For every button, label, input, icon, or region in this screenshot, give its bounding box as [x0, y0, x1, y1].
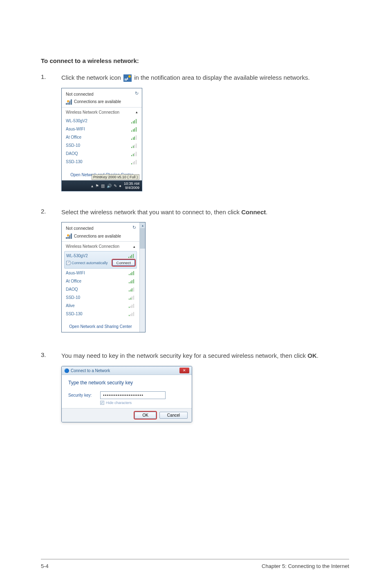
step-text-post: . — [266, 209, 267, 215]
signal-bars-icon — [66, 99, 72, 105]
network-name: Asus-WIFI — [66, 127, 85, 131]
dialog-buttons: OK Cancel — [62, 408, 192, 422]
network-icon[interactable]: ▥ — [101, 184, 105, 188]
security-key-label: Security key: — [68, 393, 96, 397]
checkbox-icon: ✓ — [100, 401, 104, 405]
network-name: DAOQ — [66, 151, 78, 156]
network-item[interactable]: Alive — [66, 301, 135, 310]
signal-bars-icon — [66, 233, 72, 239]
connection-status: Not connected — [66, 92, 138, 97]
security-key-input[interactable] — [100, 391, 166, 399]
network-name: At Office — [66, 135, 81, 139]
network-item[interactable]: At Office — [66, 133, 138, 141]
signal-icon — [131, 151, 138, 156]
taskbar: PrintKey 2000 v5.10 ( Full ) ▴ ⚑ ▥ 🔊 ✎ ●… — [62, 180, 142, 191]
signal-icon — [131, 119, 138, 123]
chevron-up-icon[interactable]: ▴ — [133, 245, 135, 249]
checkbox-label: Connect automatically — [72, 261, 108, 265]
network-name: SSD-10 — [66, 143, 80, 148]
network-list: WL-530gV2 Asus-WIFI At Office SSD-10 DAO… — [62, 117, 142, 168]
network-name: DAOQ — [66, 287, 78, 292]
network-item-selected[interactable]: WL-530gV2 ✓ Connect automatically Connec… — [64, 251, 137, 269]
network-tray-icon — [123, 74, 132, 82]
wireless-section-label: Wireless Network Connection — [66, 110, 119, 114]
cancel-button[interactable]: Cancel — [159, 412, 188, 419]
connect-button[interactable]: Connect — [112, 260, 135, 266]
network-name: Alive — [66, 303, 75, 308]
pen-icon[interactable]: ✎ — [114, 184, 117, 188]
speaker-icon[interactable]: 🔊 — [107, 184, 112, 188]
network-item[interactable]: DAOQ — [66, 150, 138, 158]
close-button[interactable]: ✕ — [179, 368, 189, 373]
scroll-up-button[interactable]: ▴ — [140, 222, 145, 228]
network-name: SSD-10 — [66, 295, 80, 300]
signal-icon — [129, 270, 135, 275]
step-text: Select the wireless network that you wan… — [61, 208, 267, 217]
dialog-titlebar: 🔵 Connect to a Network ✕ — [62, 366, 192, 375]
network-item[interactable]: Asus-WIFI — [66, 125, 138, 133]
connections-available: Connections are available — [74, 99, 121, 104]
connection-status: Not connected — [66, 226, 135, 231]
ok-button[interactable]: OK — [134, 412, 156, 419]
clock-date: 9/4/2009 — [124, 186, 139, 190]
network-item[interactable]: WL-530gV2 — [66, 117, 138, 125]
refresh-icon[interactable]: ↻ — [132, 225, 136, 230]
network-name: Asus-WIFI — [66, 271, 85, 275]
network-item[interactable]: At Office — [66, 277, 135, 285]
refresh-icon[interactable]: ↻ — [135, 91, 139, 96]
network-item[interactable]: SSD-130 — [66, 158, 138, 166]
scroll-thumb[interactable] — [140, 228, 145, 249]
taskbar-clock[interactable]: 10:35 AM 9/4/2009 — [124, 182, 139, 190]
step-text-bold: Connect — [241, 209, 266, 215]
step-text-post: . — [317, 352, 318, 359]
network-name: WL-530gV2 — [66, 119, 87, 123]
network-list: WL-530gV2 ✓ Connect automatically Connec… — [62, 251, 139, 320]
connections-available: Connections are available — [74, 234, 121, 238]
hide-characters-checkbox[interactable]: ✓ Hide characters — [100, 401, 185, 405]
step-text-bold: OK — [307, 352, 317, 359]
network-item[interactable]: SSD-10 — [66, 141, 138, 150]
network-item[interactable]: SSD-130 — [66, 310, 135, 318]
wireless-section-header: Wireless Network Connection ▴ — [62, 108, 142, 117]
dialog-title: Connect to a Network — [71, 368, 110, 373]
network-item[interactable]: DAOQ — [66, 285, 135, 293]
flyout-footer: Open Network and Sharing Center — [62, 320, 139, 332]
page-number: 5-4 — [41, 563, 49, 569]
network-item[interactable]: Asus-WIFI — [66, 269, 135, 277]
open-network-center-link[interactable]: Open Network and Sharing Center — [69, 324, 132, 329]
network-name: SSD-130 — [66, 159, 83, 164]
chevron-up-icon[interactable]: ▴ — [136, 110, 138, 114]
signal-icon — [129, 295, 135, 300]
step-2: 2. Select the wireless network that you … — [41, 208, 349, 217]
wireless-section-label: Wireless Network Connection — [66, 244, 119, 249]
security-key-dialog: 🔵 Connect to a Network ✕ Type the networ… — [61, 366, 192, 422]
dialog-heading: Type the network security key — [68, 380, 185, 386]
tray-arrow-icon[interactable]: ▴ — [91, 184, 93, 188]
scrollbar[interactable]: ▴ — [139, 222, 145, 332]
page-footer: 5-4 Chapter 5: Connecting to the Interne… — [41, 563, 349, 569]
flyout-header: ↻ Not connected Connections are availabl… — [62, 222, 139, 242]
dialog-body: Type the network security key Security k… — [62, 375, 192, 408]
step-text-post: in the notification area to display the … — [132, 74, 310, 81]
section-heading: To connect to a wireless network: — [41, 57, 349, 64]
footer-divider — [41, 559, 349, 559]
network-item[interactable]: SSD-10 — [66, 293, 135, 301]
step-1: 1. Click the network icon in the notific… — [41, 73, 349, 82]
signal-icon — [129, 311, 135, 316]
hide-characters-label: Hide characters — [106, 401, 132, 405]
network-name: WL-530gV2 — [66, 254, 88, 258]
step-number: 1. — [41, 73, 61, 82]
step-number: 2. — [41, 208, 61, 217]
chapter-title: Chapter 5: Connecting to the Internet — [262, 563, 349, 569]
dot-icon[interactable]: ● — [119, 184, 121, 188]
signal-icon — [131, 135, 138, 140]
signal-icon — [129, 287, 135, 292]
step-text: Click the network icon in the notificati… — [61, 73, 310, 82]
connect-automatically-checkbox[interactable]: ✓ Connect automatically — [66, 261, 108, 265]
flyout-header: ↻ Not connected Connections are availabl… — [62, 88, 142, 108]
wireless-section-header: Wireless Network Connection ▴ — [62, 242, 139, 251]
network-icon: 🔵 — [64, 368, 69, 373]
system-tray[interactable]: ▴ ⚑ ▥ 🔊 ✎ ● — [91, 184, 121, 188]
network-name: SSD-130 — [66, 312, 83, 316]
flag-icon[interactable]: ⚑ — [95, 184, 99, 188]
